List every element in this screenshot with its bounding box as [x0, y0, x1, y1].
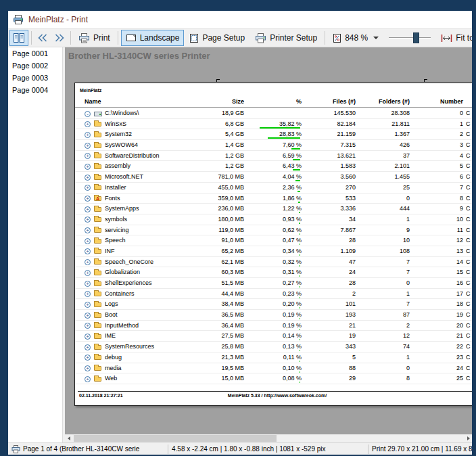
app-printer-icon	[13, 14, 24, 25]
table-row: + InputMethod 36,4 MB 0,19 % 21 2 20 C	[75, 321, 472, 332]
folder-icon	[94, 207, 101, 212]
page-setup-button[interactable]: Page Setup	[185, 30, 249, 46]
cell-name: Microsoft.NET	[105, 172, 143, 183]
expand-icon: +	[85, 281, 91, 287]
folder-icon	[94, 281, 101, 286]
folder-icon	[94, 217, 101, 222]
cell-path-fragment: C	[466, 267, 471, 278]
expand-icon: +	[85, 376, 91, 382]
column-header-number: Number	[409, 97, 463, 107]
cell-path-fragment: C	[466, 235, 471, 246]
cell-percent: 0,20 %	[244, 299, 302, 310]
cell-path-fragment: C	[466, 342, 471, 352]
folder-icon	[94, 185, 101, 190]
horizontal-scrollbar-thumb[interactable]	[74, 435, 277, 442]
folder-icon	[94, 355, 101, 360]
cell-name: ShellExperiences	[105, 278, 152, 289]
cell-percent: 0,34 %	[244, 246, 302, 257]
cell-number: 6	[409, 172, 463, 183]
double-chevron-right-icon	[55, 34, 64, 42]
cell-path-fragment: C	[466, 140, 471, 151]
page-list-item[interactable]: Page 0002	[8, 60, 62, 72]
previous-page-button[interactable]	[34, 30, 51, 46]
table-row: + debug 21,3 MB 0,11 % 5 1 23 C	[75, 352, 472, 363]
cell-number: 1	[409, 119, 463, 130]
folder-icon	[94, 122, 101, 127]
print-page: MeinPlatz Name Size % Files (#) Folders …	[74, 83, 472, 406]
zoom-dropdown[interactable]: 848 %	[328, 30, 383, 46]
expand-icon: +	[85, 334, 91, 340]
cell-path-fragment: C	[466, 310, 471, 321]
dropdown-caret-icon	[373, 37, 379, 39]
print-button[interactable]: Print	[74, 30, 115, 46]
cell-size: 36,5 MB	[180, 310, 244, 321]
table-row: + WinSxS 6,8 GB 35,82 % 82.184 21.811 1 …	[75, 119, 472, 130]
fit-to-page-width-label: Fit to Page Wi	[456, 33, 472, 43]
page-list-item[interactable]: Page 0003	[8, 72, 62, 84]
cell-files: 193	[298, 310, 356, 321]
cell-number: 25	[409, 373, 463, 384]
expand-icon: +	[85, 313, 91, 319]
zoom-slider[interactable]	[387, 30, 432, 46]
zoom-value: 848 %	[345, 33, 368, 43]
printer-setup-button[interactable]: Printer Setup	[250, 30, 322, 46]
report-footer: 02.11.2018 21:27:21 MeinPlatz 5.33 / htt…	[78, 393, 472, 400]
cell-size: 6,8 GB	[180, 119, 244, 130]
expand-icon: +	[85, 153, 91, 159]
cell-number: 4	[409, 151, 463, 162]
expand-icon: +	[85, 143, 91, 149]
cell-path-fragment: C	[466, 278, 471, 289]
cell-path-fragment: C	[466, 108, 471, 119]
cell-name: Containers	[105, 289, 135, 300]
cell-name: C:\Windows\	[105, 108, 139, 119]
column-header-size: Size	[180, 97, 244, 107]
cell-files: 88	[298, 363, 356, 374]
cell-path-fragment: C	[466, 246, 471, 257]
cell-percent: 4,04 %	[244, 172, 302, 183]
cell-percent: 0,08 %	[244, 373, 302, 384]
preview-area: Brother HL-3140CW series Printer MeinPla…	[65, 47, 472, 434]
cell-name: Boot	[105, 310, 118, 321]
cell-files: 3.560	[298, 172, 356, 183]
scroll-right-arrow-icon[interactable]	[464, 434, 472, 442]
cell-number: 9	[409, 204, 463, 214]
cell-name: media	[105, 363, 122, 374]
fit-to-page-width-button[interactable]: Fit to Page Wi	[436, 30, 472, 46]
zoom-slider-thumb[interactable]	[413, 32, 419, 43]
table-row: + A Fonts 359,0 MB 1,86 % 533 0 8 C	[75, 193, 472, 204]
landscape-button-label: Landscape	[140, 33, 180, 43]
folder-icon	[94, 143, 101, 148]
cell-folders: 426	[352, 140, 410, 151]
status-section-print-size: Print 29.70 x 21.00 cm | 11.69 x 8	[368, 443, 472, 455]
table-row: + SysWOW64 1,4 GB 7,60 % 7.315 426 3 C	[75, 140, 472, 151]
cell-number: 15	[409, 267, 463, 278]
folder-icon	[94, 175, 101, 180]
crop-mark	[424, 79, 427, 82]
status-cursor-position: 4.58 x -2.24 cm | 1.80 x -0.88 inch | 10…	[172, 445, 326, 453]
cell-number: 14	[409, 257, 463, 268]
scroll-left-arrow-icon[interactable]	[65, 434, 73, 442]
cell-size: 119,0 MB	[180, 225, 244, 236]
cell-number: 5	[409, 161, 463, 172]
cell-folders: 10	[352, 235, 410, 246]
cell-number: 16	[409, 278, 463, 289]
folder-icon	[94, 366, 101, 371]
cell-size: 455,0 MB	[180, 183, 244, 193]
cell-name: debug	[105, 352, 122, 363]
horizontal-scrollbar[interactable]	[65, 434, 472, 442]
page-layout-button[interactable]	[9, 30, 28, 46]
status-page-info: Page 1 of 4 (Brother HL-3140CW serie	[23, 445, 139, 453]
page-list-item[interactable]: Page 0004	[8, 84, 62, 96]
next-page-button[interactable]	[51, 30, 68, 46]
column-header-name: Name	[85, 97, 101, 107]
expand-icon: +	[85, 355, 91, 361]
cell-percent: 1,86 %	[244, 193, 302, 204]
cell-folders: 28.308	[352, 108, 410, 119]
cell-path-fragment: C	[466, 363, 471, 374]
landscape-button[interactable]: Landscape	[121, 30, 185, 46]
cell-percent: 0,19 %	[244, 321, 302, 332]
cell-number: 8	[409, 193, 463, 204]
toolbar-separator	[31, 31, 32, 45]
table-row: + SystemApps 236,0 MB 1,22 % 3.336 444 9…	[75, 204, 472, 214]
page-list-item[interactable]: Page 0001	[8, 47, 62, 60]
